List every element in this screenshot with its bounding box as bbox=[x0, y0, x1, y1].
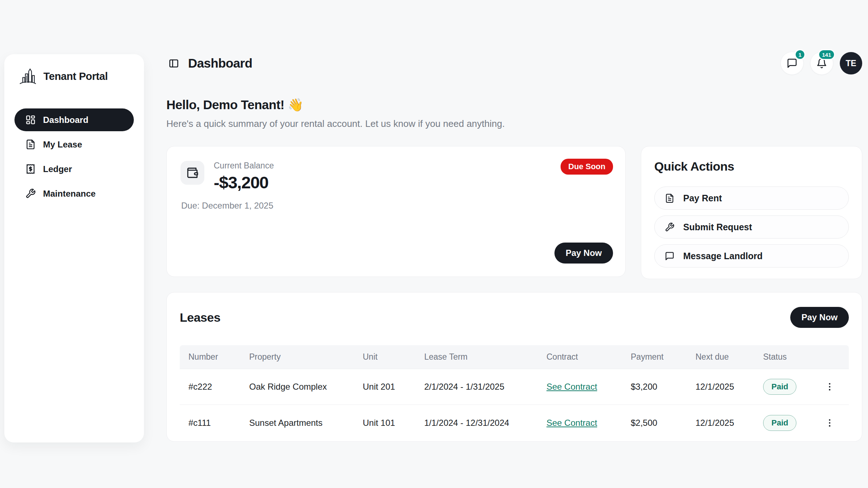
column-header-status: Status bbox=[763, 352, 810, 362]
balance-card: Current Balance -$3,200 Due Soon Due: De… bbox=[166, 146, 626, 277]
topbar: Dashboard 1 141 TE bbox=[166, 51, 862, 75]
more-vertical-icon bbox=[825, 418, 835, 428]
column-header-next-due: Next due bbox=[695, 352, 763, 362]
message-landlord-button[interactable]: Message Landlord bbox=[654, 244, 849, 267]
lease-number: #c222 bbox=[180, 382, 249, 392]
action-label: Message Landlord bbox=[683, 251, 763, 261]
sidebar-item-label: Ledger bbox=[43, 164, 72, 174]
lease-next-due: 12/1/2025 bbox=[695, 382, 763, 392]
wallet-icon bbox=[186, 167, 199, 179]
sidebar-item-my-lease[interactable]: My Lease bbox=[14, 133, 134, 156]
city-skyline-icon bbox=[18, 67, 38, 86]
lease-unit: Unit 101 bbox=[363, 418, 424, 428]
notifications-button[interactable]: 141 bbox=[810, 52, 833, 75]
wallet-icon-tile bbox=[180, 161, 204, 185]
leases-title: Leases bbox=[180, 311, 220, 325]
balance-amount: -$3,200 bbox=[214, 172, 274, 192]
lease-term: 1/1/2024 - 12/31/2024 bbox=[424, 418, 546, 428]
column-header-unit: Unit bbox=[363, 352, 424, 362]
balance-head: Current Balance -$3,200 bbox=[180, 161, 612, 192]
balance-figures: Current Balance -$3,200 bbox=[214, 161, 274, 192]
column-header-number: Number bbox=[180, 352, 249, 362]
sidebar-item-ledger[interactable]: Ledger bbox=[14, 158, 134, 180]
lease-payment: $2,500 bbox=[631, 418, 695, 428]
leases-pay-now-button[interactable]: Pay Now bbox=[790, 307, 849, 328]
row-menu-button[interactable] bbox=[822, 380, 837, 394]
dashboard-grid-icon bbox=[25, 115, 36, 125]
quick-actions-card: Quick Actions Pay Rent Submit Request Me… bbox=[641, 146, 862, 279]
due-date-text: Due: December 1, 2025 bbox=[181, 201, 273, 211]
avatar[interactable]: TE bbox=[840, 52, 862, 74]
document-icon bbox=[665, 193, 675, 203]
lease-number: #c111 bbox=[180, 418, 249, 428]
sidebar-item-label: My Lease bbox=[43, 140, 82, 150]
pay-rent-button[interactable]: Pay Rent bbox=[654, 187, 849, 210]
sidebar: Tenant Portal Dashboard My Lease Ledger bbox=[4, 54, 144, 442]
greeting-subtitle: Here's a quick summary of your rental ac… bbox=[166, 118, 862, 129]
wrench-icon bbox=[665, 222, 675, 232]
column-header-contract: Contract bbox=[546, 352, 631, 362]
app-logo: Tenant Portal bbox=[4, 54, 144, 86]
pay-now-button[interactable]: Pay Now bbox=[554, 243, 613, 264]
see-contract-link[interactable]: See Contract bbox=[546, 382, 597, 391]
lease-next-due: 12/1/2025 bbox=[695, 418, 763, 428]
lease-payment: $3,200 bbox=[631, 382, 695, 392]
lease-term: 2/1/2024 - 1/31/2025 bbox=[424, 382, 546, 392]
quick-actions-title: Quick Actions bbox=[654, 159, 849, 174]
action-label: Pay Rent bbox=[683, 193, 722, 204]
receipt-dollar-icon bbox=[25, 164, 36, 174]
sidebar-item-label: Dashboard bbox=[43, 115, 88, 125]
topbar-actions: 1 141 TE bbox=[780, 52, 862, 75]
sidebar-toggle-button[interactable] bbox=[166, 56, 181, 70]
messages-button[interactable]: 1 bbox=[780, 52, 804, 75]
sidebar-nav: Dashboard My Lease Ledger Maintenance bbox=[14, 108, 134, 205]
messages-count-badge: 1 bbox=[795, 49, 805, 60]
action-label: Submit Request bbox=[683, 222, 752, 232]
leases-table: Number Property Unit Lease Term Contract… bbox=[180, 345, 849, 441]
greeting-title: Hello, Demo Tenant! 👋 bbox=[166, 98, 862, 112]
sidebar-item-label: Maintenance bbox=[43, 189, 95, 199]
row-menu-button[interactable] bbox=[822, 416, 837, 430]
more-vertical-icon bbox=[825, 382, 835, 392]
chat-bubble-icon bbox=[665, 251, 675, 261]
leases-table-header: Number Property Unit Lease Term Contract… bbox=[180, 345, 849, 369]
table-row: #c222 Oak Ridge Complex Unit 201 2/1/202… bbox=[180, 369, 849, 405]
lease-property: Oak Ridge Complex bbox=[249, 382, 363, 392]
sidebar-item-maintenance[interactable]: Maintenance bbox=[14, 182, 134, 205]
wrench-icon bbox=[25, 188, 36, 199]
column-header-payment: Payment bbox=[631, 352, 695, 362]
leases-header: Leases Pay Now bbox=[180, 307, 849, 328]
status-badge: Paid bbox=[763, 415, 796, 431]
panel-left-icon bbox=[168, 58, 179, 69]
lease-property: Sunset Apartments bbox=[249, 418, 363, 428]
balance-label: Current Balance bbox=[214, 161, 274, 171]
status-badge: Paid bbox=[763, 379, 796, 395]
summary-cards: Current Balance -$3,200 Due Soon Due: De… bbox=[166, 146, 862, 279]
document-icon bbox=[25, 139, 36, 150]
page-title: Dashboard bbox=[188, 56, 252, 70]
app-title: Tenant Portal bbox=[43, 70, 108, 82]
lease-unit: Unit 201 bbox=[363, 382, 424, 392]
column-header-property: Property bbox=[249, 352, 363, 362]
sidebar-item-dashboard[interactable]: Dashboard bbox=[14, 108, 134, 131]
main-content: Dashboard 1 141 TE Hello, Demo Tenant! 👋… bbox=[166, 51, 862, 442]
leases-card: Leases Pay Now Number Property Unit Leas… bbox=[166, 292, 862, 442]
due-soon-badge: Due Soon bbox=[561, 159, 613, 175]
table-row: #c111 Sunset Apartments Unit 101 1/1/202… bbox=[180, 405, 849, 441]
column-header-lease-term: Lease Term bbox=[424, 352, 546, 362]
see-contract-link[interactable]: See Contract bbox=[546, 418, 597, 428]
chat-bubble-icon bbox=[787, 58, 797, 69]
notifications-count-badge: 141 bbox=[818, 49, 835, 60]
submit-request-button[interactable]: Submit Request bbox=[654, 215, 849, 239]
